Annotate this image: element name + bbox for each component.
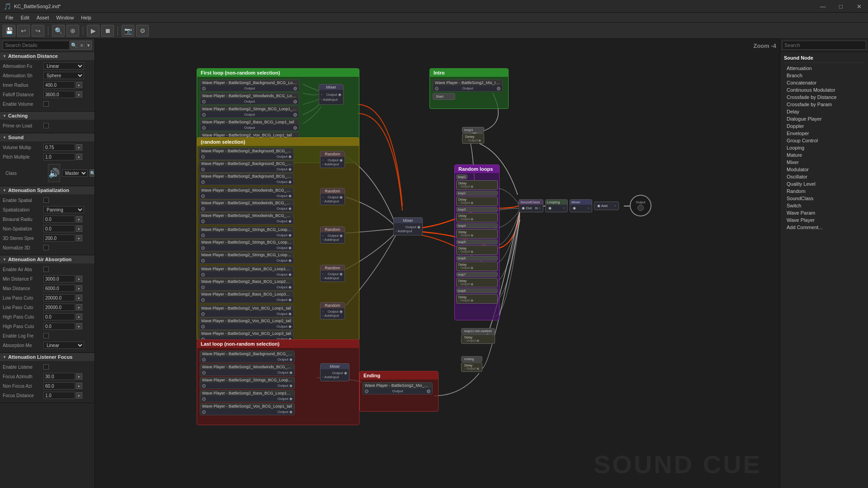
wave-player-node-2[interactable]: Wave Player - BattleSong2_Woodwinds_BCG_… xyxy=(200,93,299,105)
node-item-dialogue-player[interactable]: Dialogue Player xyxy=(784,115,864,122)
additiveinput-node[interactable]: ◉ Add◦ xyxy=(594,202,619,210)
random-node-5[interactable]: Random ◦Output ◉ ◦ AddInput xyxy=(320,302,345,319)
bass-wave-1[interactable]: Wave Player - BattleSong2_Bass_BCG_Loop1… xyxy=(199,266,294,278)
delay-1[interactable]: Delay ◦ Output ◉ xyxy=(456,180,498,190)
delay-3[interactable]: Delay◦ Output ◉ xyxy=(456,213,498,222)
class-select[interactable]: Master xyxy=(62,169,88,177)
volume-multiplier-slider[interactable]: ▸ xyxy=(76,144,82,150)
stereo-spread-input[interactable] xyxy=(43,235,75,242)
delay-4[interactable]: Delay◦ Output ◉ xyxy=(456,229,498,239)
node-item-oscillator[interactable]: Oscillator xyxy=(784,173,864,180)
attenuation-shape-select[interactable]: SphereBox xyxy=(43,72,84,79)
random-node-4[interactable]: Random ◦Output ◉ ◦ AddInput xyxy=(320,265,345,282)
mixer-chain-node[interactable]: Mixer ◉◦ xyxy=(570,199,592,212)
non-spatial-input[interactable] xyxy=(43,225,75,232)
node-item-wave-player[interactable]: Wave Player xyxy=(784,216,864,224)
intro-output[interactable] xyxy=(497,87,500,90)
delay-2[interactable]: Delay◦ Output ◉ xyxy=(456,197,498,206)
canvas-area[interactable]: Zoom -4 SOUND CUE xyxy=(95,39,780,488)
undo-button[interactable]: ↩ xyxy=(17,25,30,37)
pitch-multiplier-input[interactable] xyxy=(43,153,75,160)
non-spatial-slider[interactable]: ▸ xyxy=(76,225,82,232)
delay-loop11[interactable]: Delay ◦ Output ◉ xyxy=(461,334,495,344)
enable-air-checkbox[interactable] xyxy=(43,267,49,272)
node-item-modulator[interactable]: Modulator xyxy=(784,166,864,173)
delay-ending[interactable]: Delay ◦ Output ◉ xyxy=(461,362,482,372)
menu-edit[interactable]: Edit xyxy=(17,14,33,21)
play-button[interactable]: ▶ xyxy=(87,25,99,37)
absorption-method-select[interactable]: Linear xyxy=(43,342,84,349)
minimize-button[interactable]: — xyxy=(814,0,832,13)
enable-volume-checkbox[interactable] xyxy=(43,101,49,107)
stop-button[interactable]: ⏹ xyxy=(101,25,114,37)
last-vox-wave[interactable]: Wave Player - BattleSong2_Vox_BCG_Loop1_… xyxy=(200,403,295,415)
ending-delay-node[interactable]: ending Delay ◦ Output ◉ xyxy=(461,356,482,372)
bg-wave-1[interactable]: Wave Player - BattleSong2_Background_BCG… xyxy=(199,148,294,160)
inner-radius-input[interactable] xyxy=(43,81,75,89)
falloff-distance-slider[interactable]: ▸ xyxy=(76,91,82,98)
node-item-switch[interactable]: Switch xyxy=(784,202,864,209)
random-node-2[interactable]: Random ◦Output ◉ ◦ AddInput xyxy=(320,188,345,205)
intro-input[interactable] xyxy=(435,87,439,90)
input-port-4[interactable] xyxy=(202,126,206,130)
node-item-quality-level[interactable]: Quality Level xyxy=(784,180,864,188)
input-port[interactable] xyxy=(202,87,206,90)
loop-6-label[interactable]: loop6 xyxy=(456,256,498,261)
central-mixer-node[interactable]: Mixer Output ◉ ◦ AddInput xyxy=(393,217,423,235)
close-button[interactable]: ✕ xyxy=(850,0,868,13)
node-item-concatenator[interactable]: Concatenator xyxy=(784,79,864,86)
highpass1-input[interactable] xyxy=(43,313,75,320)
wave-player-node-1[interactable]: Wave Player - BattleSong2_Background_BCG… xyxy=(200,80,299,92)
lowpass1-slider[interactable]: ▸ xyxy=(76,295,82,301)
delay-node-intro[interactable]: loop1 Delay ◦Output ◉ xyxy=(462,127,484,144)
min-dist-input[interactable] xyxy=(43,275,75,282)
search-submit-button[interactable]: 🔍 xyxy=(71,41,78,50)
lowpass1-input[interactable] xyxy=(43,294,75,301)
focus-azimuth-input[interactable] xyxy=(43,373,75,380)
highpass1-slider[interactable]: ▸ xyxy=(76,314,82,320)
volume-multiplier-input[interactable] xyxy=(43,144,75,151)
delay-6[interactable]: Delay◦ Output ◉ xyxy=(456,262,498,271)
str-wave-2[interactable]: Wave Player - BattleSong2_Strings_BCG_Lo… xyxy=(199,239,294,251)
ww-wave-3[interactable]: Wave Player - BattleSong2_Woodwinds_BCG_… xyxy=(199,212,294,225)
bass-wave-3[interactable]: Wave Player - BattleSong2_Bass_BCG_Loop3… xyxy=(199,291,294,303)
last-str-wave[interactable]: Wave Player - BattleSong2_Strings_BCG_Lo… xyxy=(200,377,295,389)
menu-window[interactable]: Window xyxy=(52,14,77,21)
looping-node[interactable]: Looping ◉◦ xyxy=(545,199,568,212)
delay-8[interactable]: Delay◦ Output ◉ xyxy=(456,294,498,304)
maximize-button[interactable]: □ xyxy=(832,0,850,13)
node-item-continuous-mod[interactable]: Continuous Modulator xyxy=(784,86,864,94)
search-input[interactable] xyxy=(3,41,70,50)
output-port-3[interactable] xyxy=(293,113,297,117)
search-button[interactable]: 🔍 xyxy=(52,25,65,37)
last-loop-mixer[interactable]: Mixer Output ◉ ◦ AddInput xyxy=(320,363,349,381)
vox-wave-2[interactable]: Wave Player - BattleSong2_Vox_BCG_Loop2_… xyxy=(199,318,294,330)
node-item-wave-param[interactable]: Wave Param xyxy=(784,209,864,216)
enable-spatial-checkbox[interactable] xyxy=(43,197,49,203)
node-item-soundclass[interactable]: SoundClass xyxy=(784,195,864,202)
spatialization-select[interactable]: Panning xyxy=(43,206,84,213)
intro-wave-node[interactable]: Wave Player - BattleSong2_Mix_Intro_tail… xyxy=(433,80,503,92)
loop11-node[interactable]: loop11 non-random Delay ◦ Output ◉ xyxy=(461,328,495,344)
last-bg-wave[interactable]: Wave Player - BattleSong2_Background_BCG… xyxy=(200,351,295,363)
redo-button[interactable]: ↪ xyxy=(32,25,44,37)
loop-5-label[interactable]: loop5 xyxy=(456,239,498,244)
node-item-crossfade-dist[interactable]: Crossfade by Distance xyxy=(784,94,864,101)
delay-5[interactable]: Delay◦ Output ◉ xyxy=(456,245,498,255)
save-button[interactable]: 💾 xyxy=(3,25,15,37)
last-bass-wave[interactable]: Wave Player - BattleSong2_Bass_BCG_Loop1… xyxy=(200,390,295,402)
focus-azimuth-slider[interactable]: ▸ xyxy=(76,373,82,380)
spatialization-header[interactable]: Attenuation Spatialization xyxy=(0,186,94,194)
node-item-group-control[interactable]: Group Control xyxy=(784,137,864,144)
intro-start-node[interactable]: Start xyxy=(433,93,455,100)
bg-wave-3[interactable]: Wave Player - BattleSong2_Background_BCG… xyxy=(199,173,294,185)
screenshot-button[interactable]: 📷 xyxy=(122,25,134,37)
attenuation-function-select[interactable]: LinearLogarithmic xyxy=(43,62,84,70)
node-item-random[interactable]: Random xyxy=(784,188,864,195)
vox-wave-1[interactable]: Wave Player - BattleSong2_Vox_BCG_Loop1_… xyxy=(199,305,294,317)
loop-1-label[interactable]: loop1 xyxy=(456,174,467,179)
output-port[interactable] xyxy=(293,87,297,90)
max-dist-input[interactable] xyxy=(43,285,75,292)
binaural-slider[interactable]: ▸ xyxy=(76,216,82,222)
highpass2-slider[interactable]: ▸ xyxy=(76,323,82,329)
